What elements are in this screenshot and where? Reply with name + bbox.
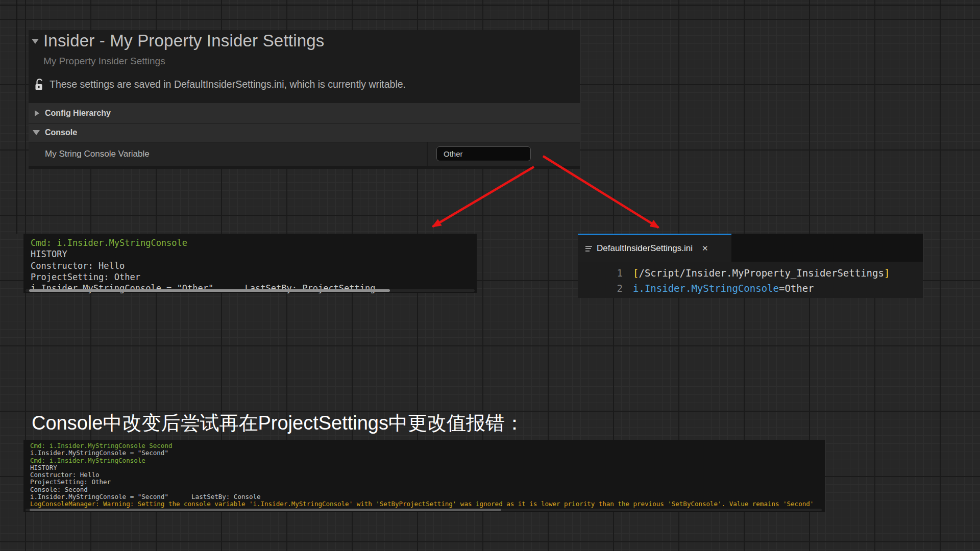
log-line: ProjectSetting: Other [31, 271, 477, 283]
log-line: HISTORY [31, 248, 477, 260]
tab-title: DefaultInsiderSettings.ini [597, 243, 693, 254]
section-config-hierarchy[interactable]: Config Hierarchy [29, 103, 580, 123]
line-number: 1 [578, 265, 623, 281]
log-line: i.Insider.MyStringConsole = "Other" Last… [31, 283, 477, 294]
log-line: HISTORY [30, 464, 825, 471]
save-notice-row: These settings are saved in DefaultInsid… [35, 78, 406, 91]
log-line: i.Insider.MyStringConsole = "Second" Las… [30, 493, 825, 500]
scrollbar-thumb[interactable] [30, 509, 501, 511]
section-label: Console [45, 123, 77, 142]
grid-edge-vertical [16, 0, 17, 234]
log-line: Constructor: Hello [30, 471, 825, 479]
grid-edge-horizontal [0, 5, 980, 6]
tab-defaultinsidersettings[interactable]: DefaultInsiderSettings.ini ✕ [578, 234, 731, 262]
log-line: Cmd: i.Insider.MyStringConsole [31, 237, 477, 248]
chevron-right-icon[interactable] [35, 110, 39, 116]
console-warning-panel: Cmd: i.Insider.MyStringConsole Second i.… [23, 440, 825, 512]
chevron-down-icon[interactable] [32, 39, 39, 44]
section-label: Config Hierarchy [45, 103, 111, 123]
line-number: 2 [578, 281, 623, 296]
ini-editor-panel: DefaultInsiderSettings.ini ✕ 1 [/Script/… [578, 234, 923, 298]
log-line: ProjectSetting: Other [30, 479, 825, 486]
console-output-panel: Cmd: i.Insider.MyStringConsole HISTORY C… [23, 234, 477, 293]
page-subtitle: My Property Insider Settings [43, 56, 165, 67]
property-row: My String Console Variable Other [29, 142, 580, 166]
close-icon[interactable]: ✕ [702, 244, 708, 253]
log-line: i.Insider.MyStringConsole = "Second" [30, 449, 825, 457]
log-line: Cmd: i.Insider.MyStringConsole [30, 457, 825, 464]
chevron-down-icon[interactable] [33, 130, 40, 135]
unlock-icon [35, 78, 44, 91]
editor-code-area[interactable]: 1 [/Script/Insider.MyProperty_InsiderSet… [578, 262, 923, 298]
section-console[interactable]: Console [29, 123, 580, 142]
annotation-caption: Console中改变后尝试再在ProjectSettings中更改值报错： [32, 410, 524, 436]
log-line: Cmd: i.Insider.MyStringConsole Second [30, 442, 825, 449]
log-line: LogConsoleManager: Warning: Setting the … [30, 500, 825, 508]
scrollbar-thumb[interactable] [29, 289, 390, 292]
settings-header: Insider - My Property Insider Settings M… [29, 30, 580, 103]
code-line: 1 [/Script/Insider.MyProperty_InsiderSet… [578, 265, 923, 281]
console-variable-input[interactable]: Other [436, 146, 531, 161]
line-number: 3 [578, 296, 623, 298]
ini-file-icon [585, 246, 592, 252]
save-notice: These settings are saved in DefaultInsid… [50, 79, 406, 90]
insider-settings-panel: Insider - My Property Insider Settings M… [29, 30, 580, 169]
editor-viewport: Insider - My Property Insider Settings M… [0, 0, 980, 551]
panel-bottom-strip [29, 166, 580, 169]
log-line: Constructor: Hello [31, 260, 477, 271]
editor-tab-bar: DefaultInsiderSettings.ini ✕ [578, 234, 923, 262]
column-divider[interactable] [427, 142, 428, 166]
page-title: Insider - My Property Insider Settings [43, 31, 324, 51]
log-line: Console: Second [30, 486, 825, 493]
arrow-to-console [433, 167, 534, 227]
property-label: My String Console Variable [45, 142, 150, 166]
code-line: 2 i.Insider.MyStringConsole=Other [578, 281, 923, 296]
code-line: 3 [578, 296, 923, 298]
